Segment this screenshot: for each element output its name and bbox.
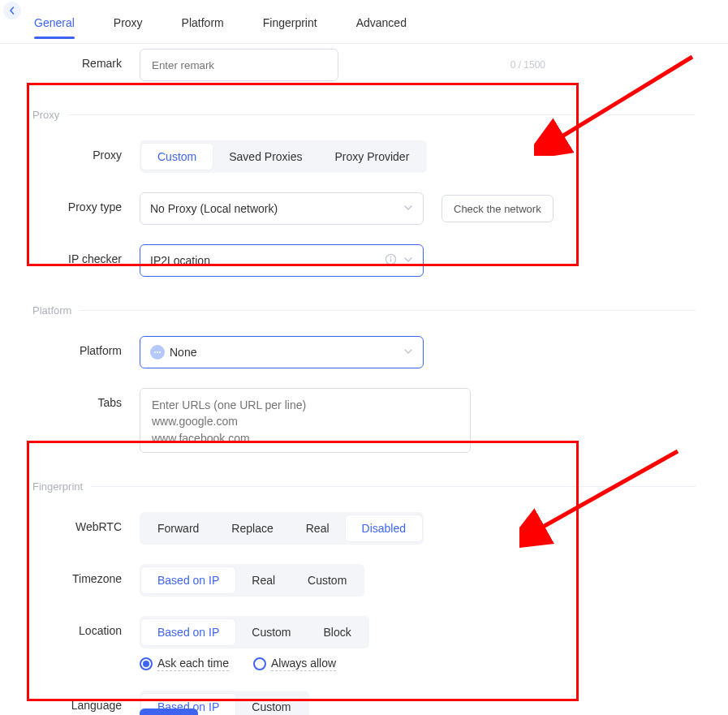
- info-icon: [385, 253, 397, 268]
- svg-rect-2: [390, 259, 391, 262]
- webrtc-seg-forward[interactable]: Forward: [141, 515, 215, 541]
- platform-label: Platform: [32, 336, 140, 357]
- location-radio-always[interactable]: Always allow: [253, 657, 336, 671]
- proxy-type-label: Proxy type: [32, 192, 140, 213]
- platform-value: None: [170, 346, 196, 359]
- fingerprint-section-title: Fingerprint: [32, 480, 83, 493]
- tabs-textarea[interactable]: [140, 388, 471, 453]
- location-seg-ip[interactable]: Based on IP: [141, 619, 235, 645]
- proxy-type-value: No Proxy (Local network): [150, 202, 278, 215]
- tab-fingerprint[interactable]: Fingerprint: [263, 0, 317, 29]
- ipchecker-select[interactable]: IP2Location: [140, 244, 424, 277]
- timezone-label: Timezone: [32, 564, 140, 585]
- svg-point-1: [390, 256, 392, 258]
- location-seg-custom[interactable]: Custom: [235, 619, 307, 645]
- webrtc-label: WebRTC: [32, 512, 140, 533]
- ipchecker-label: IP checker: [32, 244, 140, 265]
- proxy-label: Proxy: [32, 140, 140, 162]
- tab-bar: General Proxy Platform Fingerprint Advan…: [0, 0, 728, 44]
- tab-proxy[interactable]: Proxy: [114, 0, 143, 29]
- primary-button-partial[interactable]: [140, 709, 198, 715]
- proxy-seg-custom[interactable]: Custom: [141, 144, 213, 170]
- webrtc-segmented: Forward Replace Real Disabled: [140, 512, 424, 545]
- fingerprint-section-divider: Fingerprint: [32, 480, 696, 493]
- tab-advanced[interactable]: Advanced: [356, 0, 407, 29]
- timezone-segmented: Based on IP Real Custom: [140, 564, 364, 597]
- remark-label: Remark: [32, 49, 140, 70]
- timezone-seg-ip[interactable]: Based on IP: [141, 567, 235, 593]
- proxy-section-divider: Proxy: [32, 109, 696, 121]
- svg-point-5: [159, 351, 161, 353]
- location-radio-ask[interactable]: Ask each time: [140, 657, 229, 671]
- proxy-section-title: Proxy: [32, 109, 59, 121]
- location-label: Location: [32, 616, 140, 637]
- language-label: Language: [32, 691, 140, 712]
- location-seg-block[interactable]: Block: [308, 619, 368, 645]
- svg-point-3: [154, 351, 156, 353]
- webrtc-seg-real[interactable]: Real: [290, 515, 346, 541]
- remark-counter: 0 / 1500: [510, 59, 545, 71]
- webrtc-seg-disabled[interactable]: Disabled: [346, 515, 422, 541]
- platform-none-icon: [150, 345, 165, 360]
- webrtc-seg-replace[interactable]: Replace: [215, 515, 289, 541]
- timezone-seg-custom[interactable]: Custom: [291, 567, 363, 593]
- platform-section-divider: Platform: [32, 304, 696, 317]
- chevron-down-icon: [403, 254, 413, 267]
- proxy-type-select[interactable]: No Proxy (Local network): [140, 192, 424, 225]
- remark-input[interactable]: [140, 49, 338, 81]
- platform-section-title: Platform: [32, 304, 71, 317]
- proxy-seg-provider[interactable]: Proxy Provider: [319, 144, 426, 170]
- proxy-seg-saved[interactable]: Saved Proxies: [213, 144, 318, 170]
- location-radio-ask-label: Ask each time: [157, 657, 229, 671]
- check-network-button[interactable]: Check the network: [442, 195, 554, 222]
- svg-point-4: [157, 351, 158, 353]
- tab-platform[interactable]: Platform: [182, 0, 224, 29]
- ipchecker-value: IP2Location: [150, 254, 210, 267]
- language-seg-custom[interactable]: Custom: [235, 694, 307, 715]
- chevron-down-icon: [403, 346, 413, 359]
- proxy-segmented: Custom Saved Proxies Proxy Provider: [140, 140, 427, 173]
- location-segmented: Based on IP Custom Block: [140, 616, 369, 648]
- chevron-down-icon: [403, 202, 413, 215]
- location-radio-always-label: Always allow: [271, 657, 336, 671]
- tab-general[interactable]: General: [34, 0, 75, 29]
- platform-select[interactable]: None: [140, 336, 424, 368]
- timezone-seg-real[interactable]: Real: [235, 567, 291, 593]
- tabs-field-label: Tabs: [32, 388, 140, 409]
